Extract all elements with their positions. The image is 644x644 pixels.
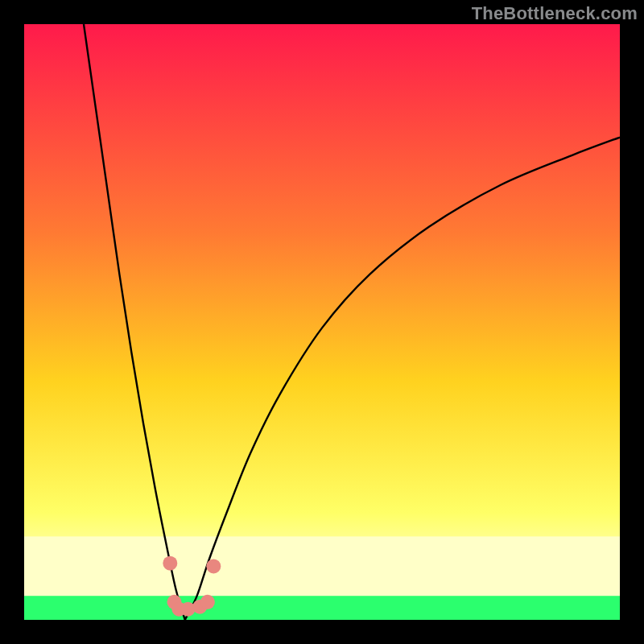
data-marker xyxy=(181,602,196,617)
gradient-background xyxy=(24,24,620,620)
data-marker xyxy=(206,559,221,573)
optimal-band xyxy=(24,596,620,620)
data-marker xyxy=(200,595,215,609)
chart-frame xyxy=(24,24,620,620)
watermark-text: TheBottleneck.com xyxy=(472,3,638,24)
data-marker xyxy=(163,556,177,571)
bottleneck-chart xyxy=(24,24,620,620)
near-optimal-band xyxy=(24,536,620,596)
